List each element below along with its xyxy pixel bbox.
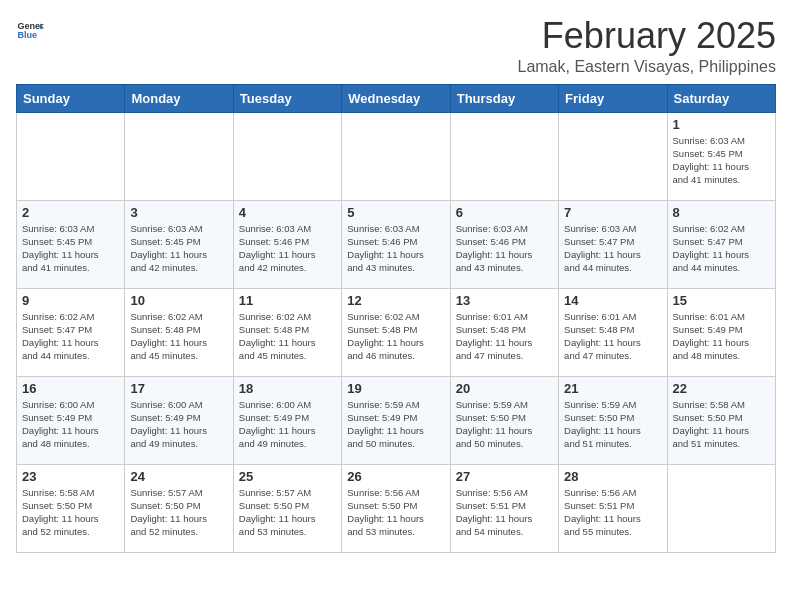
day-number: 9	[22, 293, 119, 308]
calendar-cell: 3Sunrise: 6:03 AM Sunset: 5:45 PM Daylig…	[125, 200, 233, 288]
calendar-cell	[342, 112, 450, 200]
calendar-cell	[125, 112, 233, 200]
day-info: Sunrise: 6:00 AM Sunset: 5:49 PM Dayligh…	[130, 398, 227, 451]
logo: General Blue	[16, 16, 44, 44]
calendar-cell	[233, 112, 341, 200]
day-info: Sunrise: 6:02 AM Sunset: 5:47 PM Dayligh…	[673, 222, 770, 275]
day-number: 6	[456, 205, 553, 220]
calendar-cell: 5Sunrise: 6:03 AM Sunset: 5:46 PM Daylig…	[342, 200, 450, 288]
day-info: Sunrise: 6:02 AM Sunset: 5:48 PM Dayligh…	[347, 310, 444, 363]
day-info: Sunrise: 6:00 AM Sunset: 5:49 PM Dayligh…	[239, 398, 336, 451]
weekday-header-thursday: Thursday	[450, 84, 558, 112]
day-number: 24	[130, 469, 227, 484]
day-number: 12	[347, 293, 444, 308]
day-number: 3	[130, 205, 227, 220]
day-number: 13	[456, 293, 553, 308]
day-number: 21	[564, 381, 661, 396]
calendar-cell: 21Sunrise: 5:59 AM Sunset: 5:50 PM Dayli…	[559, 376, 667, 464]
day-number: 16	[22, 381, 119, 396]
day-number: 26	[347, 469, 444, 484]
day-info: Sunrise: 6:03 AM Sunset: 5:45 PM Dayligh…	[673, 134, 770, 187]
day-number: 14	[564, 293, 661, 308]
calendar-cell: 19Sunrise: 5:59 AM Sunset: 5:49 PM Dayli…	[342, 376, 450, 464]
calendar-cell: 13Sunrise: 6:01 AM Sunset: 5:48 PM Dayli…	[450, 288, 558, 376]
day-number: 22	[673, 381, 770, 396]
calendar-cell	[667, 464, 775, 552]
day-number: 1	[673, 117, 770, 132]
calendar-cell: 24Sunrise: 5:57 AM Sunset: 5:50 PM Dayli…	[125, 464, 233, 552]
day-info: Sunrise: 6:03 AM Sunset: 5:46 PM Dayligh…	[456, 222, 553, 275]
day-info: Sunrise: 5:59 AM Sunset: 5:49 PM Dayligh…	[347, 398, 444, 451]
day-number: 27	[456, 469, 553, 484]
day-number: 20	[456, 381, 553, 396]
calendar-cell: 2Sunrise: 6:03 AM Sunset: 5:45 PM Daylig…	[17, 200, 125, 288]
calendar-week-row: 16Sunrise: 6:00 AM Sunset: 5:49 PM Dayli…	[17, 376, 776, 464]
calendar-cell: 15Sunrise: 6:01 AM Sunset: 5:49 PM Dayli…	[667, 288, 775, 376]
day-number: 25	[239, 469, 336, 484]
calendar-cell: 11Sunrise: 6:02 AM Sunset: 5:48 PM Dayli…	[233, 288, 341, 376]
calendar-cell: 16Sunrise: 6:00 AM Sunset: 5:49 PM Dayli…	[17, 376, 125, 464]
day-info: Sunrise: 5:58 AM Sunset: 5:50 PM Dayligh…	[22, 486, 119, 539]
day-number: 28	[564, 469, 661, 484]
day-info: Sunrise: 6:01 AM Sunset: 5:48 PM Dayligh…	[564, 310, 661, 363]
calendar-cell	[450, 112, 558, 200]
day-info: Sunrise: 5:56 AM Sunset: 5:50 PM Dayligh…	[347, 486, 444, 539]
day-number: 19	[347, 381, 444, 396]
calendar-cell: 14Sunrise: 6:01 AM Sunset: 5:48 PM Dayli…	[559, 288, 667, 376]
calendar-cell: 22Sunrise: 5:58 AM Sunset: 5:50 PM Dayli…	[667, 376, 775, 464]
day-number: 10	[130, 293, 227, 308]
day-info: Sunrise: 6:03 AM Sunset: 5:45 PM Dayligh…	[130, 222, 227, 275]
day-info: Sunrise: 6:03 AM Sunset: 5:46 PM Dayligh…	[239, 222, 336, 275]
weekday-header-sunday: Sunday	[17, 84, 125, 112]
day-info: Sunrise: 6:01 AM Sunset: 5:49 PM Dayligh…	[673, 310, 770, 363]
day-info: Sunrise: 6:02 AM Sunset: 5:47 PM Dayligh…	[22, 310, 119, 363]
location-subtitle: Lamak, Eastern Visayas, Philippines	[517, 58, 776, 76]
day-info: Sunrise: 6:03 AM Sunset: 5:46 PM Dayligh…	[347, 222, 444, 275]
title-block: February 2025 Lamak, Eastern Visayas, Ph…	[517, 16, 776, 76]
weekday-header-saturday: Saturday	[667, 84, 775, 112]
weekday-header-wednesday: Wednesday	[342, 84, 450, 112]
day-number: 5	[347, 205, 444, 220]
day-info: Sunrise: 5:56 AM Sunset: 5:51 PM Dayligh…	[564, 486, 661, 539]
calendar-cell: 17Sunrise: 6:00 AM Sunset: 5:49 PM Dayli…	[125, 376, 233, 464]
calendar-cell: 18Sunrise: 6:00 AM Sunset: 5:49 PM Dayli…	[233, 376, 341, 464]
day-info: Sunrise: 6:02 AM Sunset: 5:48 PM Dayligh…	[239, 310, 336, 363]
calendar-cell	[17, 112, 125, 200]
calendar-table: SundayMondayTuesdayWednesdayThursdayFrid…	[16, 84, 776, 553]
day-info: Sunrise: 6:03 AM Sunset: 5:47 PM Dayligh…	[564, 222, 661, 275]
calendar-week-row: 9Sunrise: 6:02 AM Sunset: 5:47 PM Daylig…	[17, 288, 776, 376]
calendar-cell: 10Sunrise: 6:02 AM Sunset: 5:48 PM Dayli…	[125, 288, 233, 376]
weekday-header-tuesday: Tuesday	[233, 84, 341, 112]
calendar-week-row: 23Sunrise: 5:58 AM Sunset: 5:50 PM Dayli…	[17, 464, 776, 552]
logo-icon: General Blue	[16, 16, 44, 44]
day-info: Sunrise: 5:57 AM Sunset: 5:50 PM Dayligh…	[130, 486, 227, 539]
calendar-cell: 6Sunrise: 6:03 AM Sunset: 5:46 PM Daylig…	[450, 200, 558, 288]
calendar-cell: 26Sunrise: 5:56 AM Sunset: 5:50 PM Dayli…	[342, 464, 450, 552]
weekday-header-row: SundayMondayTuesdayWednesdayThursdayFrid…	[17, 84, 776, 112]
calendar-cell: 1Sunrise: 6:03 AM Sunset: 5:45 PM Daylig…	[667, 112, 775, 200]
day-number: 2	[22, 205, 119, 220]
day-info: Sunrise: 5:57 AM Sunset: 5:50 PM Dayligh…	[239, 486, 336, 539]
day-number: 11	[239, 293, 336, 308]
day-number: 23	[22, 469, 119, 484]
day-info: Sunrise: 6:01 AM Sunset: 5:48 PM Dayligh…	[456, 310, 553, 363]
calendar-week-row: 1Sunrise: 6:03 AM Sunset: 5:45 PM Daylig…	[17, 112, 776, 200]
calendar-week-row: 2Sunrise: 6:03 AM Sunset: 5:45 PM Daylig…	[17, 200, 776, 288]
day-info: Sunrise: 5:56 AM Sunset: 5:51 PM Dayligh…	[456, 486, 553, 539]
calendar-cell: 27Sunrise: 5:56 AM Sunset: 5:51 PM Dayli…	[450, 464, 558, 552]
calendar-cell: 12Sunrise: 6:02 AM Sunset: 5:48 PM Dayli…	[342, 288, 450, 376]
calendar-cell: 8Sunrise: 6:02 AM Sunset: 5:47 PM Daylig…	[667, 200, 775, 288]
day-info: Sunrise: 6:02 AM Sunset: 5:48 PM Dayligh…	[130, 310, 227, 363]
day-number: 17	[130, 381, 227, 396]
day-info: Sunrise: 6:03 AM Sunset: 5:45 PM Dayligh…	[22, 222, 119, 275]
day-number: 8	[673, 205, 770, 220]
weekday-header-friday: Friday	[559, 84, 667, 112]
day-number: 15	[673, 293, 770, 308]
day-number: 4	[239, 205, 336, 220]
day-number: 7	[564, 205, 661, 220]
calendar-cell: 4Sunrise: 6:03 AM Sunset: 5:46 PM Daylig…	[233, 200, 341, 288]
svg-text:Blue: Blue	[17, 30, 37, 40]
day-number: 18	[239, 381, 336, 396]
calendar-cell: 25Sunrise: 5:57 AM Sunset: 5:50 PM Dayli…	[233, 464, 341, 552]
weekday-header-monday: Monday	[125, 84, 233, 112]
